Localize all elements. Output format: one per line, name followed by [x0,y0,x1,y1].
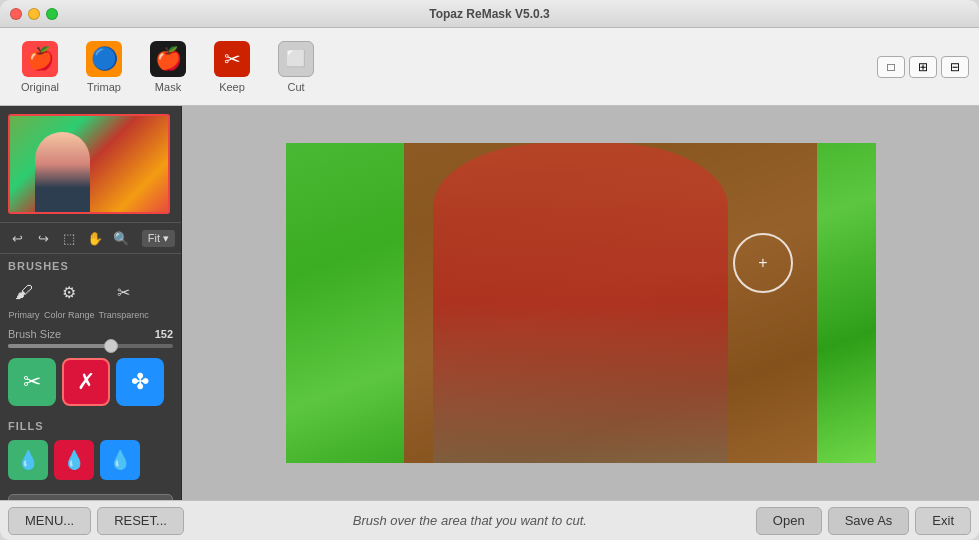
primary-brush-icon: 🖌 [8,276,40,308]
detail-brush-button[interactable]: ✤ [116,358,164,406]
fill-buttons: 💧 💧 💧 [0,436,181,488]
image-thumbnail [8,114,170,214]
slider-track [8,344,173,348]
fill-detail-icon: 💧 [109,449,131,471]
fill-keep-icon: 💧 [17,449,39,471]
brushes-header: BRUSHES [0,254,181,276]
hand-tool-button[interactable]: ✋ [84,227,106,249]
primary-brush-label: Primary [9,310,40,320]
trimap-tool-label: Trimap [87,81,121,93]
original-tool-label: Original [21,81,59,93]
fill-keep-button[interactable]: 💧 [8,440,48,480]
slider-fill [8,344,107,348]
compute-mask-button[interactable]: COMPUTE MASK [8,494,173,500]
single-view-button[interactable]: □ [877,56,905,78]
main-layout: ↩ ↪ ⬚ ✋ 🔍 Fit ▾ BRUSHES 🖌 Primary ⚙ Colo… [0,106,979,500]
brush-size-value: 152 [143,328,173,340]
title-bar: Topaz ReMask V5.0.3 [0,0,979,28]
color-range-label: Color Range [44,310,95,320]
transparency-brush[interactable]: ✂ Transparenc [99,276,149,320]
detail-brush-icon: ✤ [131,369,149,395]
original-tool-button[interactable]: 🍎 Original [10,33,70,101]
transparency-label: Transparenc [99,310,149,320]
cut-brush-button[interactable]: ✗ [62,358,110,406]
brush-tools-row: 🖌 Primary ⚙ Color Range ✂ Transparenc [0,276,181,326]
brush-size-label: Brush Size [8,328,137,340]
brush-size-row: Brush Size 152 [0,326,181,344]
split-view-button[interactable]: ⊞ [909,56,937,78]
brush-size-slider[interactable] [0,344,181,354]
cut-brush-icon: ✗ [77,369,95,395]
cut-tool-button[interactable]: ⬜ Cut [266,33,326,101]
save-as-button[interactable]: Save As [828,507,910,535]
view-mode-controls: □ ⊞ ⊟ [877,56,969,78]
main-canvas-image [286,143,876,463]
transparency-icon: ✂ [108,276,140,308]
close-button[interactable] [10,8,22,20]
keep-brush-icon: ✂ [23,369,41,395]
cut-tool-label: Cut [287,81,304,93]
selection-tool-button[interactable]: ⬚ [58,227,80,249]
open-button[interactable]: Open [756,507,822,535]
bottom-bar: MENU... RESET... Brush over the area tha… [0,500,979,540]
keep-brush-button[interactable]: ✂ [8,358,56,406]
fill-cut-icon: 💧 [63,449,85,471]
keep-tool-label: Keep [219,81,245,93]
trimap-tool-button[interactable]: 🔵 Trimap [74,33,134,101]
color-range-icon: ⚙ [53,276,85,308]
status-text: Brush over the area that you want to cut… [190,513,750,528]
zoom-tool-button[interactable]: 🔍 [110,227,132,249]
thumbnail-area [0,106,181,223]
top-toolbar: 🍎 Original 🔵 Trimap 🍎 Mask ✂ Keep ⬜ Cut … [0,28,979,106]
fill-cut-button[interactable]: 💧 [54,440,94,480]
mask-tool-button[interactable]: 🍎 Mask [138,33,198,101]
slider-thumb[interactable] [104,339,118,353]
brush-action-buttons: ✂ ✗ ✤ [0,354,181,414]
fit-label: Fit ▾ [148,232,169,245]
reset-button[interactable]: RESET... [97,507,184,535]
fill-detail-button[interactable]: 💧 [100,440,140,480]
undo-button[interactable]: ↩ [6,227,28,249]
minimize-button[interactable] [28,8,40,20]
image-background [286,143,876,463]
person-silhouette [433,143,728,463]
grid-view-button[interactable]: ⊟ [941,56,969,78]
color-range-brush[interactable]: ⚙ Color Range [44,276,95,320]
canvas-area [182,106,979,500]
window-controls[interactable] [10,8,58,20]
redo-button[interactable]: ↪ [32,227,54,249]
keep-tool-button[interactable]: ✂ Keep [202,33,262,101]
exit-button[interactable]: Exit [915,507,971,535]
menu-button[interactable]: MENU... [8,507,91,535]
window-title: Topaz ReMask V5.0.3 [429,7,550,21]
fills-header: FILLS [0,414,181,436]
mask-tool-label: Mask [155,81,181,93]
primary-brush[interactable]: 🖌 Primary [8,276,40,320]
fit-button[interactable]: Fit ▾ [142,230,175,247]
mini-toolbar: ↩ ↪ ⬚ ✋ 🔍 Fit ▾ [0,223,181,254]
maximize-button[interactable] [46,8,58,20]
left-panel: ↩ ↪ ⬚ ✋ 🔍 Fit ▾ BRUSHES 🖌 Primary ⚙ Colo… [0,106,182,500]
